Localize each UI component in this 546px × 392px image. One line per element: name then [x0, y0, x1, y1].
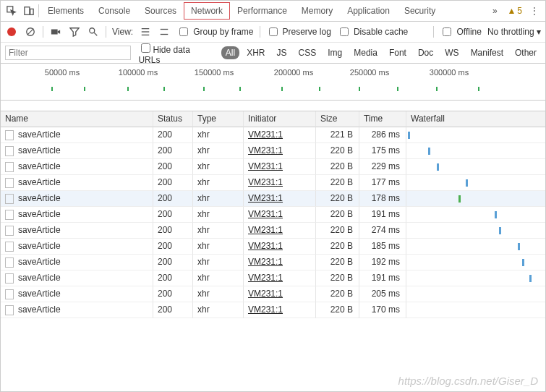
table-cell: 177 ms — [359, 175, 406, 191]
warnings-badge[interactable]: ▲ 5 — [507, 6, 522, 16]
initiator-link[interactable]: VM231:1 — [248, 177, 283, 187]
initiator-link[interactable]: VM231:1 — [248, 273, 283, 283]
file-icon — [5, 130, 14, 140]
table-row-name[interactable]: saveArticle — [1, 191, 153, 207]
type-filter-ws[interactable]: WS — [440, 46, 463, 59]
table-cell: 220 B — [315, 223, 359, 239]
tab-security[interactable]: Security — [397, 2, 443, 20]
initiator-link[interactable]: VM231:1 — [248, 225, 283, 235]
tab-application[interactable]: Application — [340, 2, 397, 20]
tab-memory[interactable]: Memory — [294, 2, 340, 20]
table-cell — [406, 207, 545, 223]
table-row-name[interactable]: saveArticle — [1, 270, 153, 286]
list-view-icon[interactable] — [139, 27, 152, 37]
table-row-name[interactable]: saveArticle — [1, 302, 153, 318]
watermark: https://blog.csdn.net/Giser_D — [398, 375, 538, 387]
timeline-overview[interactable]: 50000 ms100000 ms150000 ms200000 ms25000… — [1, 64, 545, 101]
type-filter-manifest[interactable]: Manifest — [466, 46, 508, 59]
column-header-initiator[interactable]: Initiator — [243, 111, 315, 127]
type-filter-all[interactable]: All — [221, 46, 239, 59]
filter-icon[interactable] — [68, 27, 81, 37]
initiator-link[interactable]: VM231:1 — [248, 289, 283, 299]
tab-performance[interactable]: Performance — [230, 2, 294, 20]
initiator-link[interactable]: VM231:1 — [248, 129, 283, 140]
table-cell: 185 ms — [359, 239, 406, 255]
preserve-log-checkbox[interactable]: Preserve log — [266, 25, 331, 38]
request-name: saveArticle — [18, 255, 61, 270]
initiator-link[interactable]: VM231:1 — [248, 304, 283, 315]
file-icon — [5, 242, 14, 252]
disable-cache-checkbox[interactable]: Disable cache — [337, 25, 408, 38]
table-row-name[interactable]: saveArticle — [1, 175, 153, 191]
offline-checkbox[interactable]: Offline — [440, 25, 481, 38]
table-cell — [406, 286, 545, 302]
initiator-link[interactable]: VM231:1 — [248, 145, 283, 155]
table-cell: 274 ms — [359, 223, 406, 239]
table-cell: 191 ms — [359, 207, 406, 223]
type-filter-font[interactable]: Font — [385, 46, 411, 59]
table-row-name[interactable]: saveArticle — [1, 223, 153, 239]
column-header-name[interactable]: Name — [1, 111, 153, 127]
column-header-status[interactable]: Status — [153, 111, 192, 127]
ruler-marker — [127, 87, 129, 91]
table-row-name[interactable]: saveArticle — [1, 255, 153, 270]
table-row-name[interactable]: saveArticle — [1, 207, 153, 223]
column-header-time[interactable]: Time — [359, 111, 406, 127]
hide-data-urls-checkbox[interactable]: Hide data URLs — [138, 41, 213, 65]
table-cell: 200 — [153, 255, 192, 270]
table-cell — [406, 255, 545, 270]
table-cell: xhr — [192, 286, 243, 302]
type-filter-css[interactable]: CSS — [294, 46, 321, 59]
table-cell — [406, 175, 545, 191]
ruler-marker — [436, 87, 438, 91]
column-header-size[interactable]: Size — [315, 111, 359, 127]
table-cell: 200 — [153, 127, 192, 143]
clear-icon[interactable] — [24, 27, 37, 37]
initiator-link[interactable]: VM231:1 — [248, 209, 283, 219]
tab-elements[interactable]: Elements — [40, 2, 91, 20]
column-header-waterfall[interactable]: Waterfall — [406, 111, 545, 127]
type-filter-doc[interactable]: Doc — [414, 46, 438, 59]
table-cell: VM231:1 — [243, 191, 315, 207]
record-button[interactable] — [5, 27, 18, 36]
ruler-marker — [163, 87, 165, 91]
group-by-frame-checkbox[interactable]: Group by frame — [176, 25, 253, 38]
initiator-link[interactable]: VM231:1 — [248, 257, 283, 267]
table-row-name[interactable]: saveArticle — [1, 127, 153, 143]
ruler-marker — [51, 87, 53, 91]
table-row-name[interactable]: saveArticle — [1, 239, 153, 255]
waterfall-bar — [518, 243, 520, 250]
inspect-icon[interactable] — [4, 3, 20, 19]
table-row-name[interactable]: saveArticle — [1, 159, 153, 175]
throttling-select[interactable]: No throttling ▾ — [487, 27, 541, 37]
file-icon — [5, 194, 14, 204]
initiator-link[interactable]: VM231:1 — [248, 193, 283, 203]
search-icon[interactable] — [87, 27, 100, 37]
settings-menu-icon[interactable]: ⋮ — [526, 3, 542, 19]
filter-input[interactable] — [5, 46, 131, 60]
initiator-link[interactable]: VM231:1 — [248, 161, 283, 171]
more-tabs-icon[interactable]: » — [487, 3, 503, 19]
type-filter-js[interactable]: JS — [273, 46, 291, 59]
table-cell: VM231:1 — [243, 159, 315, 175]
tab-network[interactable]: Network — [184, 2, 230, 20]
table-row-name[interactable]: saveArticle — [1, 286, 153, 302]
table-cell: 220 B — [315, 270, 359, 286]
tab-console[interactable]: Console — [91, 2, 137, 20]
device-icon[interactable] — [21, 3, 37, 19]
top-tabstrip: ElementsConsoleSourcesNetworkPerformance… — [1, 1, 545, 22]
type-filter-media[interactable]: Media — [349, 46, 382, 59]
type-filter-other[interactable]: Other — [511, 46, 541, 59]
camera-icon[interactable] — [49, 27, 62, 37]
tab-sources[interactable]: Sources — [137, 2, 184, 20]
table-row-name[interactable]: saveArticle — [1, 143, 153, 159]
table-cell: 205 ms — [359, 286, 406, 302]
table-cell: 220 B — [315, 207, 359, 223]
initiator-link[interactable]: VM231:1 — [248, 241, 283, 251]
type-filter-xhr[interactable]: XHR — [242, 46, 269, 59]
type-filter-img[interactable]: Img — [323, 46, 346, 59]
column-header-type[interactable]: Type — [192, 111, 243, 127]
table-cell: VM231:1 — [243, 239, 315, 255]
large-rows-icon[interactable] — [158, 27, 171, 37]
divider — [38, 4, 39, 17]
